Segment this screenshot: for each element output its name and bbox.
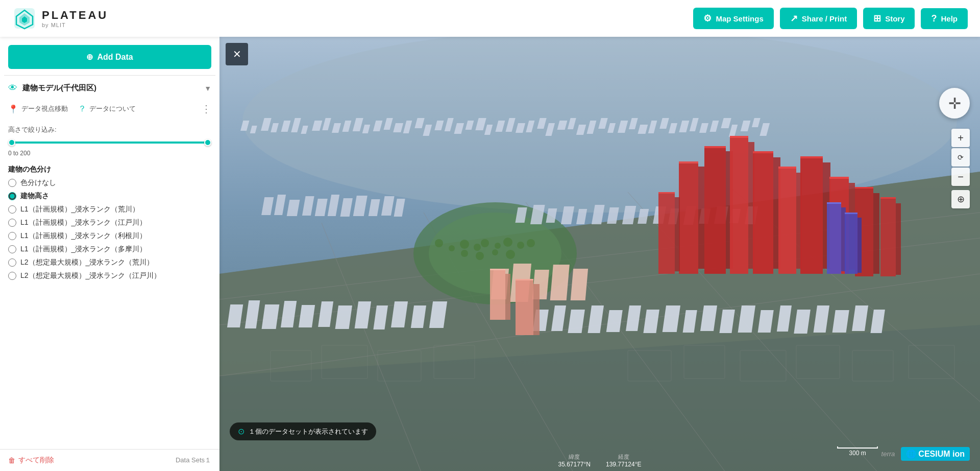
plateau-logo-icon: [12, 6, 37, 31]
layer-visibility-icon[interactable]: 👁: [8, 83, 17, 93]
radio-l1-tamagawa-label: L1（計画規模）_浸水ランク（多摩川）: [20, 245, 146, 254]
svg-rect-131: [550, 265, 570, 300]
logo-sub-text: by MLIT: [42, 22, 108, 28]
range-thumb-left[interactable]: [8, 139, 15, 146]
svg-rect-142: [753, 151, 773, 274]
radio-l1-tonegawa-label: L1（計画規模）_浸水ランク（利根川）: [20, 231, 146, 241]
cesium-icon: 🌐: [906, 449, 916, 459]
chevron-down-icon: ▼: [204, 84, 211, 92]
radio-no-color-input[interactable]: [8, 179, 16, 187]
compass-control: ✛: [939, 88, 970, 122]
svg-point-197: [506, 250, 515, 259]
tilt-button[interactable]: ⟳: [951, 148, 970, 167]
radio-l1-tamagawa[interactable]: L1（計画規模）_浸水ランク（多摩川）: [8, 245, 211, 254]
logo-area: PLATEAU by MLIT: [12, 6, 108, 31]
compass-icon: ✛: [948, 95, 961, 112]
svg-rect-133: [679, 161, 698, 274]
range-thumb-right[interactable]: [204, 139, 211, 146]
svg-rect-145: [778, 167, 796, 274]
svg-rect-174: [533, 284, 540, 335]
range-slider[interactable]: [8, 137, 211, 148]
radio-building-height-label: 建物高さ: [20, 192, 49, 201]
zoom-in-button[interactable]: +: [951, 129, 970, 147]
story-label: Story: [885, 14, 904, 23]
close-button[interactable]: ✕: [226, 43, 248, 65]
radio-l2-edogawa-label: L2（想定最大規模）_浸水ランク（江戸川）: [20, 271, 161, 280]
story-icon: ⊞: [873, 13, 881, 24]
radio-l1-arakawa[interactable]: L1（計画規模）_浸水ランク（荒川）: [8, 205, 211, 214]
svg-rect-169: [490, 269, 505, 320]
svg-point-194: [461, 250, 468, 257]
filter-section: 高さで絞り込み: 0 to 200: [0, 121, 219, 163]
add-data-label: Add Data: [97, 53, 133, 62]
compass-button[interactable]: ✛: [939, 88, 970, 119]
svg-rect-148: [800, 156, 823, 274]
radio-l1-edogawa-input[interactable]: [8, 219, 16, 227]
svg-rect-139: [730, 136, 748, 274]
share-print-button[interactable]: ↗ Share / Print: [780, 8, 857, 29]
coordinates-display: 緯度 35.67177°N 経度 139.77124°E: [558, 453, 641, 468]
dataset-badge: ⊙ １個のデータセットが表示されています: [230, 422, 376, 440]
svg-rect-155: [658, 192, 675, 194]
sidebar: ⊕ Add Data 👁 建物モデル(千代田区) ▼ 📍 データ視点移動 ？ デ…: [0, 37, 219, 471]
map-settings-button[interactable]: ⚙ Map Settings: [693, 8, 773, 29]
svg-rect-149: [800, 156, 823, 158]
filter-range-label: 0 to 200: [8, 150, 211, 157]
svg-rect-171: [505, 274, 510, 320]
svg-rect-173: [516, 279, 533, 280]
tilt-icon: ⟳: [958, 153, 964, 161]
svg-point-188: [474, 244, 481, 251]
radio-l1-tonegawa[interactable]: L1（計画規模）_浸水ランク（利根川）: [8, 231, 211, 241]
data-about-button[interactable]: ？ データについて: [78, 104, 136, 114]
color-section-title: 建物の色分け: [8, 165, 211, 174]
svg-rect-134: [679, 161, 698, 163]
radio-l1-edogawa-label: L1（計画規模）_浸水ランク（江戸川）: [20, 218, 146, 227]
story-button[interactable]: ⊞ Story: [863, 8, 915, 29]
map-area[interactable]: ✕ ✛ + ⟳ − ⊕ ⊙ １個のデータセットが表示されてい: [219, 37, 980, 471]
radio-no-color[interactable]: 色分けなし: [8, 178, 211, 187]
datasets-label: Data Sets１: [176, 456, 211, 465]
radio-l1-tamagawa-input[interactable]: [8, 245, 16, 253]
trash-icon: 🗑: [8, 456, 15, 464]
data-view-move-button[interactable]: 📍 データ視点移動: [8, 104, 68, 114]
add-data-button[interactable]: ⊕ Add Data: [8, 45, 211, 69]
logo-plateau-text: PLATEAU: [42, 9, 108, 22]
more-options-button[interactable]: ⋮: [201, 103, 211, 115]
zoom-out-button[interactable]: −: [951, 168, 970, 186]
radio-l1-tonegawa-input[interactable]: [8, 232, 16, 240]
svg-rect-158: [855, 187, 873, 189]
radio-l2-edogawa-input[interactable]: [8, 272, 16, 280]
delete-all-button[interactable]: 🗑 すべて削除: [8, 456, 54, 465]
radio-l1-edogawa[interactable]: L1（計画規模）_浸水ランク（江戸川）: [8, 218, 211, 227]
radio-building-height-input[interactable]: [8, 192, 16, 200]
range-track: [8, 142, 211, 144]
svg-point-190: [495, 243, 501, 249]
sidebar-footer: 🗑 すべて削除 Data Sets１: [0, 449, 219, 471]
svg-rect-164: [827, 202, 841, 204]
svg-rect-170: [490, 269, 505, 270]
radio-l1-arakawa-input[interactable]: [8, 205, 16, 214]
location-button[interactable]: ⊕: [951, 190, 970, 208]
logo-text: PLATEAU by MLIT: [42, 9, 108, 28]
zoom-controls: + ⟳ −: [951, 129, 970, 186]
radio-l2-arakawa[interactable]: L2（想定最大規模）_浸水ランク（荒川）: [8, 258, 211, 267]
svg-point-185: [435, 239, 443, 247]
question-icon: ？: [78, 104, 86, 114]
radio-building-height[interactable]: 建物高さ: [8, 192, 211, 201]
radio-l2-arakawa-input[interactable]: [8, 258, 16, 267]
layer-header[interactable]: 👁 建物モデル(千代田区) ▼: [0, 76, 219, 101]
svg-rect-135: [698, 167, 704, 269]
scale-bar: 300 m: [837, 446, 878, 457]
map-settings-icon: ⚙: [703, 13, 712, 24]
dataset-badge-icon: ⊙: [238, 427, 244, 436]
help-button[interactable]: ? Help: [921, 8, 968, 29]
terrain-logo: terra: [881, 450, 895, 458]
delete-all-label: すべて削除: [18, 456, 54, 465]
radio-l1-arakawa-label: L1（計画規模）_浸水ランク（荒川）: [20, 205, 139, 214]
svg-point-196: [492, 249, 498, 255]
add-data-icon: ⊕: [86, 52, 93, 62]
latitude-value: 35.67177°N: [558, 461, 591, 468]
svg-rect-161: [880, 197, 896, 199]
radio-no-color-label: 色分けなし: [20, 178, 56, 187]
radio-l2-edogawa[interactable]: L2（想定最大規模）_浸水ランク（江戸川）: [8, 271, 211, 280]
